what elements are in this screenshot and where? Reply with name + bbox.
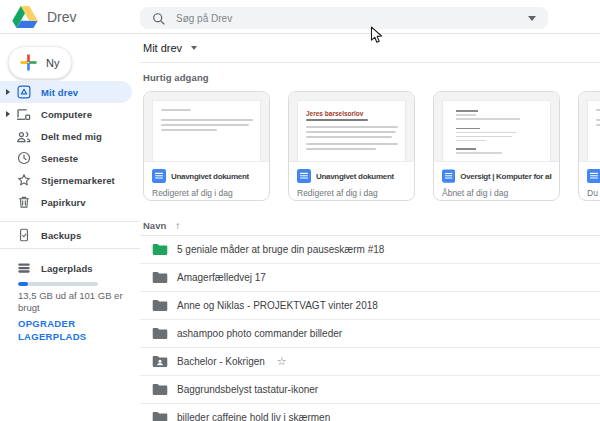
sidebar-item-papirkurv[interactable]: Papirkurv [0,191,132,213]
file-row[interactable]: 5 geniale måder at bruge din pauseskærm … [140,236,600,264]
starred-icon: ☆ [277,356,287,367]
shared-folder-icon [152,355,168,368]
folder-icon [152,411,168,421]
document-thumbnail: Jeres barselsorlov [289,92,414,162]
search-bar[interactable] [140,7,548,29]
storage-progress-fill [18,282,28,286]
people-icon [16,129,31,144]
doc-icon [152,169,166,183]
storage-icon [16,261,31,276]
quick-access-card[interactable]: Unavngivet dokument Redigeret af dig i d… [143,91,270,201]
file-row[interactable]: billeder caffeine hold liv i skærmen [140,404,600,421]
top-bar: Drev [0,0,600,34]
folder-icon [152,271,168,284]
folder-icon [152,243,168,256]
search-options-caret-icon[interactable] [528,16,536,21]
document-thumbnail [579,92,600,162]
card-subtitle: Åbnet af dig i dag [442,188,552,198]
folder-icon [152,299,168,312]
sort-ascending-icon: ↑ [175,220,180,231]
main-content: Mit drev Hurtig adgang [140,34,600,421]
card-title: Oversigt | Komputer for alle [460,172,552,181]
quick-access-cards: Unavngivet dokument Redigeret af dig i d… [143,91,600,201]
sidebar-item-delt-med-mig[interactable]: Delt med mig [0,125,132,147]
card-subtitle: Du h [587,188,600,198]
sidebar-item-computere[interactable]: Computere [0,103,132,125]
upgrade-storage-link[interactable]: OPGRADER LAGERPLADS [18,318,100,343]
new-button[interactable]: Ny [8,46,72,79]
quick-access-card[interactable]: Jeres barselsorlov [288,91,415,201]
file-row[interactable]: Bachelor - Kokrigen ☆ [140,348,600,376]
document-thumbnail [144,92,269,162]
storage-progress-bar [18,282,98,286]
google-drive-window: Drev Ny [0,0,600,421]
file-row[interactable]: Baggrundsbelyst tastatur-ikoner [140,376,600,404]
search-input[interactable] [174,12,528,25]
sidebar: Ny Mit drev Computere [0,34,140,421]
app-name: Drev [47,9,77,25]
search-icon [152,12,165,25]
doc-icon [587,169,600,183]
folder-icon [152,327,168,340]
drive-logo-icon [12,6,38,28]
sidebar-item-seneste[interactable]: Seneste [0,147,132,169]
quick-access-card[interactable]: Du h [578,91,600,201]
sidebar-item-lagerplads[interactable]: Lagerplads [6,258,93,278]
computer-icon [16,107,31,122]
folder-icon [152,383,168,396]
file-row[interactable]: Amagerfælledvej 17 [140,264,600,292]
thumbnail-heading: Jeres barselsorlov [306,110,397,117]
sidebar-nav: Mit drev Computere [0,81,140,213]
card-subtitle: Redigeret af dig i dag [152,188,262,198]
clock-icon [16,151,31,166]
document-thumbnail [434,92,559,162]
divider [0,221,140,222]
card-title: Unavngivet dokument [171,172,249,181]
quick-access-label: Hurtig adgang [143,72,600,83]
location-toolbar[interactable]: Mit drev [140,34,600,63]
sort-by-name-header[interactable]: Navn ↑ [143,217,600,233]
name-column-header: Navn [143,220,166,231]
expand-arrow-icon[interactable] [6,111,16,117]
doc-icon [297,169,311,183]
quick-access-card[interactable]: Oversigt | Komputer for alle Åbnet af di… [433,91,560,201]
expand-arrow-icon[interactable] [6,89,16,95]
doc-icon [442,169,455,183]
storage-usage-text: 13,5 GB ud af 101 GB er brugt [18,290,124,314]
drive-home-link[interactable]: Drev [12,5,77,28]
sidebar-item-backups[interactable]: Backups [0,224,132,246]
card-title: Unavngivet dokument [316,172,394,181]
card-subtitle: Redigeret af dig i dag [297,188,407,198]
page-title: Mit drev [143,42,182,54]
divider [0,248,140,249]
file-row[interactable]: ashampoo photo commander billeder [140,320,600,348]
sidebar-item-stjernemarkeret[interactable]: Stjernemarkeret [0,169,132,191]
trash-icon [16,195,31,210]
backups-device-icon [16,228,31,243]
star-icon [16,173,31,188]
multicolor-plus-icon [20,54,37,71]
file-row[interactable]: Anne og Niklas - PROJEKTVAGT vinter 2018 [140,292,600,320]
chevron-down-icon [191,46,197,50]
new-button-label: Ny [46,57,59,69]
drive-icon [16,85,31,100]
sidebar-item-mit-drev[interactable]: Mit drev [0,81,132,103]
